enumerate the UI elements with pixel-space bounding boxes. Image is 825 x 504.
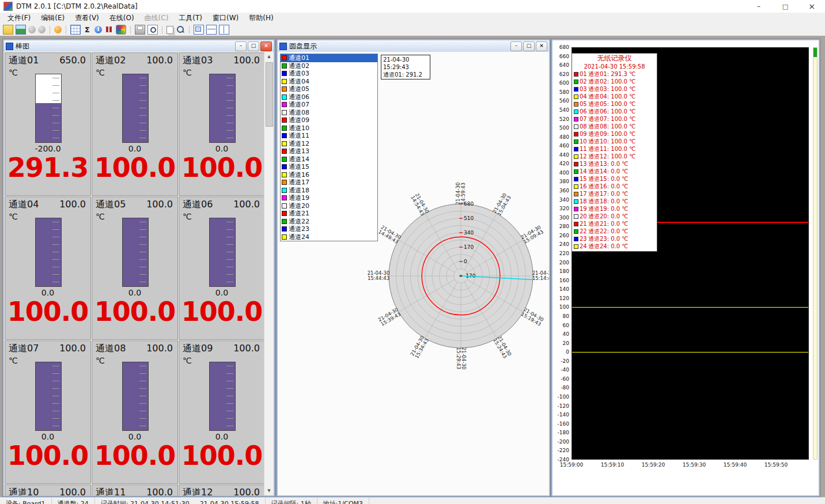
maximize-button[interactable] (772, 0, 798, 13)
channel-list-item[interactable]: 通道02 (281, 62, 377, 70)
gauge-tick (226, 373, 233, 374)
gray-ball-1-icon[interactable] (28, 26, 36, 33)
channel-name: 通道09 (183, 343, 213, 355)
close-button[interactable] (798, 0, 825, 13)
bar-panel-11: 通道11100.0℃0.0100.0 (92, 484, 178, 495)
gauge-tick (139, 108, 146, 108)
channel-color-swatch (282, 172, 287, 177)
bar-gauge-fill (210, 74, 235, 142)
palette-icon[interactable] (116, 25, 126, 35)
gauge-tick (52, 411, 59, 411)
channel-list-item[interactable]: 通道06 (281, 93, 377, 101)
print-icon[interactable] (135, 25, 145, 35)
tile-vertical-icon[interactable] (219, 25, 229, 35)
channel-list-item[interactable]: 通道08 (281, 109, 377, 117)
legend-color-swatch (574, 169, 578, 174)
channel-list-item[interactable]: 通道03 (281, 70, 377, 78)
menu-item-5[interactable]: 曲线(C) (139, 13, 174, 24)
bar-close-button[interactable] (260, 41, 272, 51)
bar-panel-9: 通道09100.0℃0.0100.0 (179, 340, 265, 484)
disk-close-button[interactable] (536, 41, 547, 51)
menu-item-8[interactable]: 帮助(H) (244, 13, 278, 24)
unit-label: ℃ (96, 356, 105, 365)
legend-color-swatch (574, 124, 578, 129)
toolbar-separator (189, 26, 190, 34)
channel-list-item[interactable]: 通道07 (281, 101, 377, 109)
channel-list-item[interactable]: 通道04 (281, 78, 377, 86)
legend-row: 10通道10: 100.0 ℃ (572, 138, 657, 145)
gauge-tick (52, 403, 59, 404)
bar-maximize-button[interactable] (248, 41, 259, 51)
channel-list-item[interactable]: 通道12 (281, 140, 377, 148)
channel-list-item[interactable]: 通道01 (281, 54, 377, 62)
legend-rows: 01通道01: 291.3 ℃02通道02: 100.0 ℃03通道03: 10… (572, 70, 657, 250)
y-axis-label: 680 (552, 44, 570, 50)
minimize-button[interactable] (745, 0, 772, 13)
info-icon[interactable] (94, 26, 102, 33)
y-axis-label: 660 (552, 54, 570, 59)
gauge-tick (226, 237, 233, 237)
scroll-up-icon[interactable] (264, 52, 274, 61)
svg-text:21-04-3014:54:43: 21-04-3014:54:43 (410, 192, 430, 217)
menu-item-7[interactable]: 窗口(W) (207, 13, 244, 24)
bar-window-titlebar[interactable]: 棒图 (4, 40, 274, 52)
menu-item-2[interactable]: 编辑(E) (36, 13, 70, 24)
y-axis-label: 60 (552, 323, 570, 328)
channel-color-swatch (282, 118, 287, 123)
channel-list-item[interactable]: 通道09 (281, 116, 377, 124)
legend-channel-text: 通道24: 0.0 ℃ (588, 242, 629, 251)
legend-channel-number: 10 (580, 138, 588, 145)
open-icon[interactable] (3, 25, 13, 35)
scroll-thumb[interactable] (266, 62, 273, 127)
gauge-tick (226, 100, 233, 101)
legend-color-swatch (574, 79, 578, 84)
preview-icon[interactable] (147, 25, 158, 35)
channel-list-item[interactable]: 通道11 (281, 132, 377, 140)
zoom-icon[interactable] (176, 25, 185, 34)
tile-horizontal-icon[interactable] (206, 25, 217, 35)
gauge-tick (226, 388, 233, 389)
copy-icon[interactable] (166, 26, 173, 34)
trend-scroll-handle[interactable] (813, 48, 817, 57)
channel-value: 100.0 (179, 152, 264, 183)
menu-item-1[interactable]: 文件(F) (2, 13, 36, 24)
menu-item-3[interactable]: 查看(V) (70, 13, 104, 24)
channel-color-swatch (282, 79, 287, 84)
legend-color-swatch (574, 192, 578, 196)
bar-minimize-button[interactable] (235, 41, 247, 51)
channel-list-item[interactable]: 通道13 (281, 147, 377, 156)
menu-item-6[interactable]: 工具(T) (173, 13, 207, 24)
disk-minimize-button[interactable] (510, 41, 522, 51)
table-icon[interactable] (70, 25, 81, 35)
legend-color-swatch (574, 229, 578, 234)
gauge-tick (139, 244, 146, 245)
channel-list-item[interactable]: 通道10 (281, 124, 377, 132)
gauge-tick (226, 267, 233, 267)
bar-scrollbar[interactable] (264, 52, 274, 495)
range-max: 100.0 (233, 343, 260, 354)
channel-list-item[interactable]: 通道05 (281, 85, 377, 93)
legend-channel-text: 通道23: 0.0 ℃ (588, 235, 629, 243)
gauge-tick (139, 100, 146, 101)
gauge-tick (52, 237, 59, 237)
gauge-tick (52, 274, 59, 275)
pause-icon[interactable] (104, 25, 113, 34)
legend-channel-text: 通道17: 0.0 ℃ (588, 190, 629, 198)
gray-ball-2-icon[interactable] (38, 26, 46, 33)
legend-channel-number: 23 (580, 236, 588, 242)
y-axis-label: 160 (552, 278, 570, 283)
orange-ball-icon[interactable] (54, 26, 62, 33)
menu-item-4[interactable]: 在线(O) (104, 13, 139, 24)
gauge-tick (52, 78, 59, 78)
cascade-icon[interactable] (194, 25, 204, 35)
disk-window-titlebar[interactable]: 圆盘显示 (278, 40, 549, 52)
disk-maximize-button[interactable] (523, 41, 535, 51)
channel-value: 100.0 (92, 440, 177, 471)
scroll-down-icon[interactable] (264, 486, 274, 495)
range-max: 100.0 (59, 487, 86, 495)
export-icon[interactable] (16, 25, 26, 35)
trend-right-scrollbar[interactable] (813, 47, 818, 460)
sigma-icon[interactable] (83, 25, 92, 34)
x-axis-label: 15:59:30 (681, 462, 707, 468)
legend-color-swatch (574, 222, 578, 226)
